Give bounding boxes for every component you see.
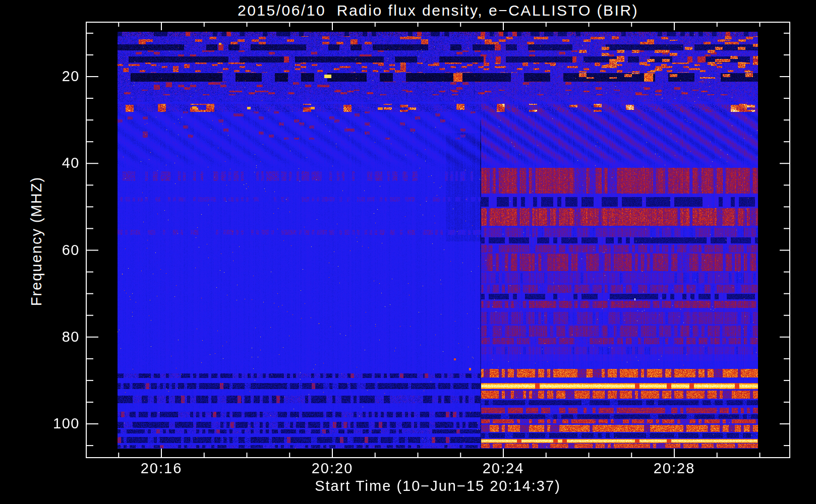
x-tick-label: 20:16: [121, 461, 202, 476]
x-tick-label: 20:28: [634, 461, 715, 476]
x-tick-label: 20:24: [463, 461, 544, 476]
x-axis-title: Start Time (10−Jun−15 20:14:37): [211, 478, 665, 494]
y-tick-label: 80: [24, 330, 80, 344]
y-tick-label: 20: [24, 69, 80, 84]
spectrogram-page: 2015/06/10 Radio flux density, e−CALLIST…: [0, 0, 816, 504]
y-tick-label: 60: [24, 243, 80, 258]
y-tick-label: 100: [24, 416, 80, 431]
y-tick-label: 40: [24, 156, 80, 170]
x-tick-label: 20:20: [292, 461, 373, 476]
plot-border: [86, 22, 790, 458]
axes-overlay: [0, 0, 816, 504]
